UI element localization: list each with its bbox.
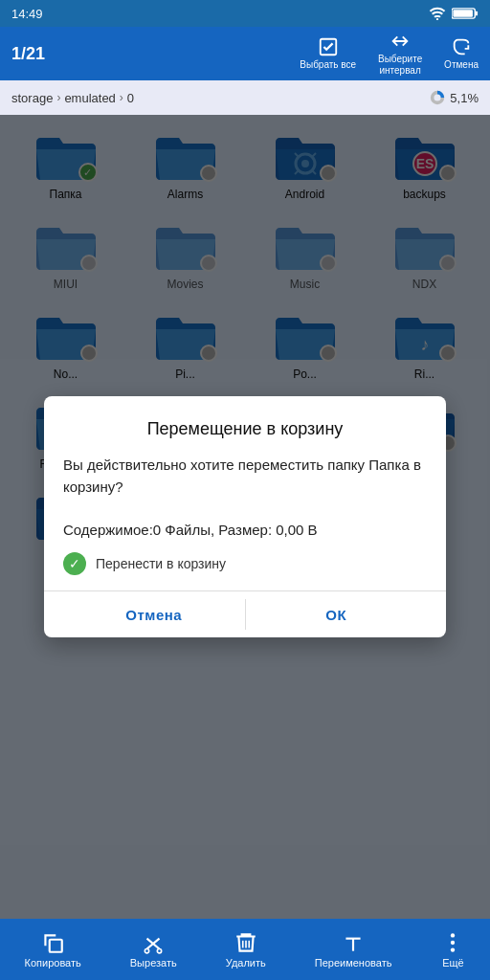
svg-point-6: [434, 94, 441, 100]
svg-point-30: [451, 947, 455, 951]
time: 14:49: [11, 7, 43, 21]
select-range-label: Выберите интервал: [371, 54, 429, 77]
nav-delete[interactable]: Удалить: [226, 930, 266, 969]
svg-rect-2: [475, 11, 478, 16]
delete-icon: [234, 930, 258, 955]
rename-icon: [341, 930, 366, 955]
nav-copy[interactable]: Копировать: [25, 930, 81, 969]
modal-checkbox-icon: ✓: [63, 552, 86, 575]
breadcrumb-emulated[interactable]: emulated: [64, 91, 115, 105]
select-range-icon: [390, 31, 411, 52]
svg-point-0: [436, 18, 438, 20]
modal-checkbox-row[interactable]: ✓ Перенести в корзину: [63, 552, 427, 575]
modal-overlay: Перемещение в корзину Вы действительно х…: [0, 115, 490, 919]
modal-body: Вы действительно хотите переместить папк…: [63, 455, 427, 541]
nav-delete-label: Удалить: [226, 957, 266, 969]
status-icons: [429, 7, 479, 20]
bottom-nav: Копировать Вырезать Удалить Переименоват…: [0, 919, 490, 980]
modal-title: Перемещение в корзину: [63, 419, 427, 439]
storage-pie-icon: [429, 89, 446, 106]
modal-question: Вы действительно хотите переместить папк…: [63, 455, 427, 498]
modal-cancel-button[interactable]: Отмена: [63, 591, 245, 637]
modal-checkbox-label: Перенести в корзину: [96, 556, 226, 571]
svg-rect-20: [50, 940, 62, 952]
breadcrumb: storage › emulated › 0 5,1%: [0, 80, 490, 115]
select-range-action[interactable]: Выберите интервал: [371, 31, 429, 77]
content-area: ✓ Папка Alarms: [0, 115, 490, 919]
nav-more-label: Ещё: [442, 957, 464, 969]
nav-rename[interactable]: Переименовать: [315, 930, 392, 969]
modal-buttons: Отмена ОК: [63, 591, 427, 637]
breadcrumb-sep-1: ›: [56, 91, 60, 104]
more-icon: [440, 930, 465, 955]
select-all-icon: [318, 36, 339, 57]
select-all-label: Выбрать все: [300, 59, 356, 71]
breadcrumb-0[interactable]: 0: [127, 91, 134, 105]
cancel-action[interactable]: Отмена: [444, 36, 479, 71]
status-bar: 14:49: [0, 0, 490, 27]
modal-ok-button[interactable]: ОК: [246, 591, 428, 637]
top-bar-actions: Выбрать все Выберите интервал Отмена: [300, 31, 479, 77]
storage-info: 5,1%: [429, 89, 479, 106]
nav-cut-label: Вырезать: [130, 957, 177, 969]
selection-count: 1/21: [11, 44, 300, 64]
cancel-label: Отмена: [444, 59, 479, 71]
storage-percent: 5,1%: [450, 91, 479, 105]
modal-detail: Содержимое:0 Файлы, Размер: 0,00 В: [63, 520, 427, 542]
svg-rect-3: [453, 10, 473, 16]
breadcrumb-sep-2: ›: [120, 91, 123, 104]
svg-point-21: [145, 949, 149, 953]
cancel-icon: [451, 36, 472, 57]
wifi-icon: [429, 7, 446, 20]
top-bar: 1/21 Выбрать все Выберите интервал Отмен…: [0, 27, 490, 80]
nav-rename-label: Переименовать: [315, 957, 392, 969]
cut-icon: [141, 930, 166, 955]
svg-point-29: [451, 941, 455, 945]
select-all-action[interactable]: Выбрать все: [300, 36, 356, 71]
svg-point-28: [451, 933, 455, 937]
svg-point-22: [158, 949, 162, 953]
battery-icon: [452, 7, 479, 20]
nav-cut[interactable]: Вырезать: [130, 930, 177, 969]
nav-more[interactable]: Ещё: [440, 930, 465, 969]
modal-dialog: Перемещение в корзину Вы действительно х…: [44, 396, 446, 637]
copy-icon: [40, 930, 65, 955]
breadcrumb-storage[interactable]: storage: [11, 91, 53, 105]
nav-copy-label: Копировать: [25, 957, 81, 969]
